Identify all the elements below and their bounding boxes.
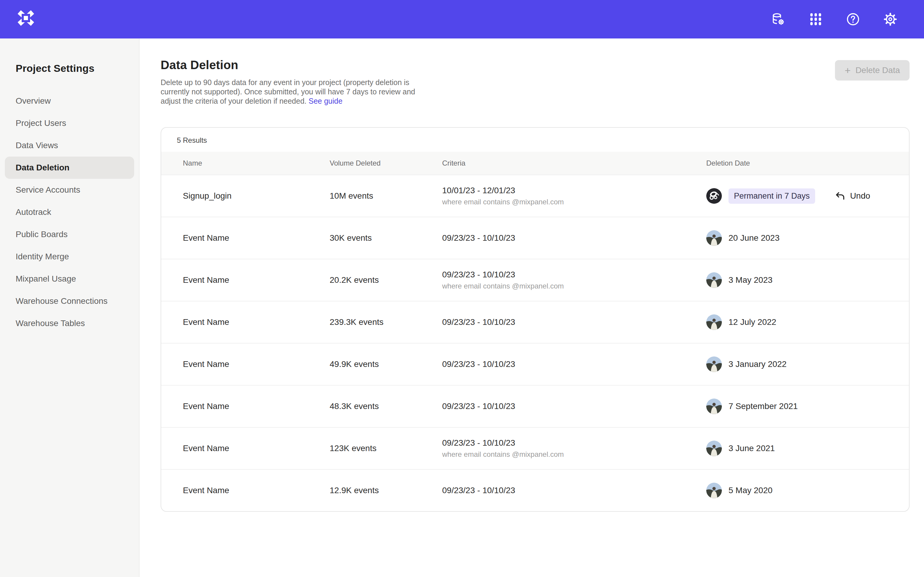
volume-deleted-cell: 20.2K events bbox=[330, 275, 442, 285]
sidebar-item-service-accounts[interactable]: Service Accounts bbox=[5, 179, 134, 201]
deletion-date-text: 12 July 2022 bbox=[729, 318, 776, 327]
user-photo-avatar bbox=[706, 314, 722, 330]
deletion-table-row: Event Name48.3K events09/23/23 - 10/10/2… bbox=[161, 385, 909, 427]
deletion-date-cell: 12 July 2022 bbox=[706, 314, 899, 330]
event-name-cell: Event Name bbox=[183, 359, 330, 369]
deletion-date-text: 3 January 2022 bbox=[729, 359, 787, 369]
criteria-date-range: 09/23/23 - 10/10/23 bbox=[442, 359, 706, 369]
sidebar-item-data-views[interactable]: Data Views bbox=[5, 134, 134, 156]
plus-icon: + bbox=[845, 65, 851, 76]
event-name-cell: Event Name bbox=[183, 275, 330, 285]
volume-deleted-cell: 49.9K events bbox=[330, 359, 442, 369]
deletion-table-row: Event Name30K events09/23/23 - 10/10/232… bbox=[161, 217, 909, 259]
event-name-cell: Event Name bbox=[183, 443, 330, 453]
topbar-icon-group bbox=[771, 12, 898, 26]
cartoon-avatar bbox=[706, 188, 722, 204]
deletion-date-cell: 5 May 2020 bbox=[706, 483, 899, 498]
criteria-date-range: 10/01/23 - 12/01/23 bbox=[442, 186, 706, 195]
criteria-cell: 09/23/23 - 10/10/23 bbox=[442, 318, 706, 327]
volume-deleted-cell: 12.9K events bbox=[330, 486, 442, 495]
deletion-table-row: Event Name12.9K events09/23/23 - 10/10/2… bbox=[161, 469, 909, 511]
user-photo-avatar bbox=[706, 398, 722, 414]
deletion-date-text: 20 June 2023 bbox=[729, 233, 780, 243]
settings-gear-icon[interactable] bbox=[883, 12, 898, 26]
event-name-cell: Event Name bbox=[183, 318, 330, 327]
table-header-row: Name Volume Deleted Criteria Deletion Da… bbox=[161, 152, 909, 175]
deletion-date-cell: Permanent in 7 DaysUndo bbox=[706, 188, 899, 204]
deletion-table-card: 5 Results Name Volume Deleted Criteria D… bbox=[161, 127, 909, 512]
column-header-criteria: Criteria bbox=[442, 159, 706, 168]
volume-deleted-cell: 123K events bbox=[330, 443, 442, 453]
undo-button[interactable]: Undo bbox=[835, 191, 870, 201]
sidebar-item-public-boards[interactable]: Public Boards bbox=[5, 223, 134, 245]
deletion-date-cell: 7 September 2021 bbox=[706, 398, 899, 414]
sidebar-item-warehouse-tables[interactable]: Warehouse Tables bbox=[5, 312, 134, 334]
criteria-cell: 09/23/23 - 10/10/23 bbox=[442, 233, 706, 243]
data-management-icon[interactable] bbox=[771, 12, 786, 26]
deletion-table-row: Event Name123K events09/23/23 - 10/10/23… bbox=[161, 427, 909, 469]
criteria-cell: 09/23/23 - 10/10/23 bbox=[442, 359, 706, 369]
help-icon[interactable] bbox=[846, 12, 860, 26]
main-content: Data Deletion Delete up to 90 days data … bbox=[140, 39, 924, 577]
column-header-deletion-date: Deletion Date bbox=[706, 159, 899, 168]
deletion-table-row: Event Name49.9K events09/23/23 - 10/10/2… bbox=[161, 343, 909, 385]
criteria-date-range: 09/23/23 - 10/10/23 bbox=[442, 401, 706, 411]
volume-deleted-cell: 48.3K events bbox=[330, 401, 442, 411]
undo-label: Undo bbox=[850, 191, 870, 201]
page-description-text: Delete up to 90 days data for any event … bbox=[161, 78, 415, 105]
sidebar-item-identity-merge[interactable]: Identity Merge bbox=[5, 245, 134, 268]
event-name-cell: Event Name bbox=[183, 486, 330, 495]
sidebar-item-autotrack[interactable]: Autotrack bbox=[5, 201, 134, 223]
deletion-date-cell: 3 June 2021 bbox=[706, 440, 899, 456]
criteria-cell: 09/23/23 - 10/10/23where email contains … bbox=[442, 438, 706, 459]
criteria-cell: 09/23/23 - 10/10/23 bbox=[442, 401, 706, 411]
user-photo-avatar bbox=[706, 440, 722, 456]
volume-deleted-cell: 30K events bbox=[330, 233, 442, 243]
mixpanel-logo[interactable] bbox=[16, 8, 36, 31]
criteria-date-range: 09/23/23 - 10/10/23 bbox=[442, 270, 706, 279]
sidebar-item-mixpanel-usage[interactable]: Mixpanel Usage bbox=[5, 268, 134, 290]
criteria-cell: 09/23/23 - 10/10/23 bbox=[442, 486, 706, 495]
deletion-date-cell: 3 January 2022 bbox=[706, 356, 899, 372]
page-description: Delete up to 90 days data for any event … bbox=[161, 78, 423, 105]
deletion-date-text: 3 June 2021 bbox=[729, 443, 775, 453]
volume-deleted-cell: 10M events bbox=[330, 191, 442, 201]
criteria-date-range: 09/23/23 - 10/10/23 bbox=[442, 438, 706, 448]
sidebar-item-warehouse-connections[interactable]: Warehouse Connections bbox=[5, 290, 134, 312]
criteria-filter-text: where email contains @mixpanel.com bbox=[442, 450, 706, 459]
permanent-deletion-badge: Permanent in 7 Days bbox=[729, 189, 815, 204]
criteria-date-range: 09/23/23 - 10/10/23 bbox=[442, 486, 706, 495]
deletion-date-text: 3 May 2023 bbox=[729, 275, 772, 285]
page-title: Data Deletion bbox=[161, 58, 909, 72]
sidebar-item-project-users[interactable]: Project Users bbox=[5, 112, 134, 134]
table-body: Signup_login10M events10/01/23 - 12/01/2… bbox=[161, 175, 909, 511]
criteria-date-range: 09/23/23 - 10/10/23 bbox=[442, 233, 706, 243]
sidebar-item-overview[interactable]: Overview bbox=[5, 90, 134, 112]
undo-arrow-icon bbox=[835, 191, 845, 201]
settings-sidebar: Project Settings OverviewProject UsersDa… bbox=[0, 39, 140, 577]
deletion-date-cell: 20 June 2023 bbox=[706, 230, 899, 246]
criteria-filter-text: where email contains @mixpanel.com bbox=[442, 282, 706, 290]
column-header-name: Name bbox=[183, 159, 330, 168]
sidebar-nav: OverviewProject UsersData ViewsData Dele… bbox=[0, 90, 139, 334]
top-navigation-bar bbox=[0, 0, 924, 39]
user-photo-avatar bbox=[706, 230, 722, 246]
apps-grid-icon[interactable] bbox=[809, 12, 823, 26]
user-photo-avatar bbox=[706, 272, 722, 288]
deletion-table-row: Event Name20.2K events09/23/23 - 10/10/2… bbox=[161, 259, 909, 301]
app-window: Project Settings OverviewProject UsersDa… bbox=[0, 0, 924, 577]
sidebar-item-data-deletion[interactable]: Data Deletion bbox=[5, 156, 134, 179]
deletion-date-cell: 3 May 2023 bbox=[706, 272, 899, 288]
delete-data-button[interactable]: + Delete Data bbox=[835, 60, 909, 81]
see-guide-link[interactable]: See guide bbox=[309, 97, 342, 105]
criteria-filter-text: where email contains @mixpanel.com bbox=[442, 198, 706, 206]
criteria-cell: 09/23/23 - 10/10/23where email contains … bbox=[442, 270, 706, 290]
event-name-cell: Signup_login bbox=[183, 191, 330, 201]
deletion-table-row: Event Name239.3K events09/23/23 - 10/10/… bbox=[161, 301, 909, 343]
criteria-date-range: 09/23/23 - 10/10/23 bbox=[442, 318, 706, 327]
user-photo-avatar bbox=[706, 356, 722, 372]
volume-deleted-cell: 239.3K events bbox=[330, 318, 442, 327]
user-photo-avatar bbox=[706, 483, 722, 498]
column-header-volume: Volume Deleted bbox=[330, 159, 442, 168]
delete-data-button-label: Delete Data bbox=[855, 66, 900, 75]
